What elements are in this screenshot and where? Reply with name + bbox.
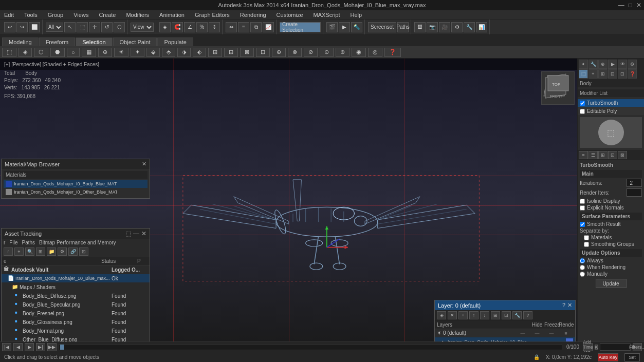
- menu-graph-editors[interactable]: Graph Editors: [193, 12, 232, 18]
- ts-smoothing-checkbox[interactable]: [584, 242, 589, 247]
- body-diffuse-row[interactable]: ■ Body_Blue_Diffuse.png Found: [2, 292, 150, 300]
- subtoolbar-btn2[interactable]: ◈: [19, 48, 32, 57]
- body-specular-row[interactable]: ■ Body_Blue_Specular.png Found: [2, 300, 150, 309]
- curve-editor-button[interactable]: 📈: [263, 22, 274, 32]
- add-time-tag-button[interactable]: Add Time Tag: [583, 343, 593, 351]
- redo-button[interactable]: ↪: [16, 22, 28, 32]
- menu-views[interactable]: Views: [71, 12, 90, 18]
- subtoolbar-btn12[interactable]: ⬗: [177, 48, 191, 57]
- subtoolbar-btn4[interactable]: ⬣: [50, 48, 65, 57]
- menu-modifiers[interactable]: Modifiers: [124, 12, 151, 18]
- asset-tracking-header[interactable]: Asset Tracking ⬚ — ✕: [2, 228, 150, 239]
- ts-explicit-checkbox[interactable]: [580, 205, 585, 211]
- at-btn-2[interactable]: +: [14, 247, 24, 256]
- subtoolbar-btn20[interactable]: ⊘: [304, 48, 318, 57]
- screenshot-button[interactable]: Screensot: [368, 22, 396, 32]
- mirror-button[interactable]: ⇔: [226, 22, 237, 32]
- at-menu-file[interactable]: File: [9, 240, 17, 245]
- nav-cube[interactable]: TOP FRONT: [541, 71, 575, 105]
- body-normal-row[interactable]: ■ Body_Normal.png Found: [2, 327, 150, 335]
- layer-help-button[interactable]: ?: [562, 302, 565, 309]
- subtoolbar-btn21[interactable]: ⊙: [320, 48, 334, 57]
- rp-tab-modify[interactable]: 🔧: [588, 60, 598, 69]
- at-menu-r[interactable]: r: [4, 240, 5, 245]
- layer-row-default[interactable]: ☀ 0 (default) — — — ■: [435, 329, 575, 337]
- subtoolbar-btn17[interactable]: ⊡: [256, 48, 270, 57]
- body-fresnel-row[interactable]: ■ Body_Fresnel.png Found: [2, 309, 150, 318]
- tab-populate[interactable]: Populate: [157, 37, 193, 46]
- select-button[interactable]: ↖: [64, 22, 76, 32]
- subtoolbar-btn18[interactable]: ⊕: [272, 48, 286, 57]
- subtoolbar-btn10[interactable]: ⬙: [146, 48, 160, 57]
- ts-render-iters-input[interactable]: [627, 188, 642, 197]
- mod-subtab-4[interactable]: ⊡: [608, 151, 617, 159]
- rp-tab-create[interactable]: ✦: [579, 60, 588, 69]
- layer-btn-4[interactable]: ↑: [469, 311, 479, 319]
- timeline-next-button[interactable]: ▶|: [36, 343, 45, 351]
- layer-btn-7[interactable]: ⊡: [502, 311, 511, 319]
- subtoolbar-btn24[interactable]: ◎: [368, 48, 382, 57]
- scale-button[interactable]: ⬡: [114, 22, 125, 32]
- render-btn5[interactable]: 🔧: [464, 22, 475, 32]
- tab-object-paint[interactable]: Object Paint: [113, 37, 157, 46]
- timeline-play-button[interactable]: ▶: [25, 343, 34, 351]
- file-row[interactable]: 📄 Iranian_Dron_Qods_Mohajer_10_Blue_max.…: [2, 274, 150, 283]
- angle-snap-button[interactable]: ∠: [184, 22, 195, 32]
- view-dropdown[interactable]: View: [131, 23, 154, 32]
- key-mode-button[interactable]: K: [595, 345, 598, 350]
- viewport-area[interactable]: [+] [Perspective] [Shaded + Edged Faces]…: [0, 59, 577, 352]
- modifier-editable-poly[interactable]: Editable Poly: [578, 107, 644, 115]
- filters-button[interactable]: Filters...: [633, 343, 642, 351]
- render-setup-button[interactable]: 🎬: [326, 22, 338, 32]
- subtoolbar-btn13[interactable]: ⬖: [193, 48, 206, 57]
- rp-tab-extra4[interactable]: ⊡: [618, 69, 627, 79]
- render-frame-button[interactable]: ▶: [339, 22, 350, 32]
- ts-manually-radio[interactable]: [580, 272, 585, 277]
- at-btn-6[interactable]: ⚙: [58, 247, 67, 256]
- rp-tab-extra5[interactable]: ❓: [628, 69, 637, 79]
- layer-btn-5[interactable]: ↓: [480, 311, 489, 319]
- percent-snap-button[interactable]: %: [196, 22, 208, 32]
- at-btn-3[interactable]: 🔍: [25, 247, 34, 256]
- layer-dialog-header[interactable]: Layer: 0 (default) ? ✕: [435, 300, 575, 310]
- ts-iterations-input[interactable]: [627, 179, 642, 187]
- subtoolbar-btn5[interactable]: ○: [67, 48, 80, 57]
- set-key-button[interactable]: Set: [624, 353, 640, 361]
- layer-btn-1[interactable]: ◈: [437, 311, 446, 319]
- mod-subtab-2[interactable]: ☰: [588, 151, 598, 159]
- rp-tab-extra3[interactable]: ⊟: [608, 69, 617, 79]
- use-pivot-button[interactable]: ◈: [159, 22, 171, 32]
- rp-tab-motion[interactable]: ▶: [608, 60, 617, 69]
- menu-help[interactable]: Help: [348, 12, 364, 18]
- mod-subtab-3[interactable]: ⊞: [598, 151, 608, 159]
- create-selection-button[interactable]: Create Selection: [280, 22, 321, 32]
- time-scrub-area[interactable]: [600, 344, 631, 351]
- align-button[interactable]: ≡: [238, 22, 249, 32]
- ts-materials-checkbox[interactable]: [584, 235, 589, 240]
- rp-tab-active[interactable]: ⬚: [579, 69, 588, 79]
- menu-group[interactable]: Group: [46, 12, 66, 18]
- material-item-body[interactable]: Iranian_Dron_Qods_Mohajer_I0_Body_Blue_M…: [4, 180, 148, 188]
- at-menu-paths[interactable]: Paths: [22, 240, 35, 245]
- subtoolbar-btn9[interactable]: ✦: [131, 48, 144, 57]
- layer-close-button[interactable]: ✕: [567, 302, 572, 309]
- at-btn-8[interactable]: ⊡: [79, 247, 88, 256]
- menu-customize[interactable]: Customize: [274, 12, 305, 18]
- at-menu-bitmap[interactable]: Bitmap Performance and Memory: [39, 240, 116, 245]
- close-button[interactable]: ✕: [636, 2, 641, 9]
- menu-tools[interactable]: Tools: [22, 12, 40, 18]
- timeline-start-button[interactable]: |◀: [2, 343, 11, 351]
- maps-group-row[interactable]: 📁 Maps / Shaders: [2, 283, 150, 292]
- timeline-prev-button[interactable]: ◀: [13, 343, 23, 351]
- timeline-end-button[interactable]: ▶▶: [47, 343, 57, 351]
- tab-selection[interactable]: Selection: [76, 37, 112, 46]
- at-btn-7[interactable]: 🔗: [68, 247, 78, 256]
- mod-subtab-1[interactable]: ≡: [579, 151, 588, 159]
- subtoolbar-btn8[interactable]: ☀: [114, 48, 128, 57]
- material-browser-header[interactable]: Material/Map Browser ✕: [2, 159, 150, 169]
- editable-poly-checkbox[interactable]: [580, 109, 585, 114]
- tab-freeform[interactable]: Freeform: [39, 37, 76, 46]
- rp-tab-extra2[interactable]: ⊞: [598, 69, 608, 79]
- subtoolbar-btn14[interactable]: ⊞: [208, 48, 222, 57]
- ts-when-rendering-radio[interactable]: [580, 265, 585, 270]
